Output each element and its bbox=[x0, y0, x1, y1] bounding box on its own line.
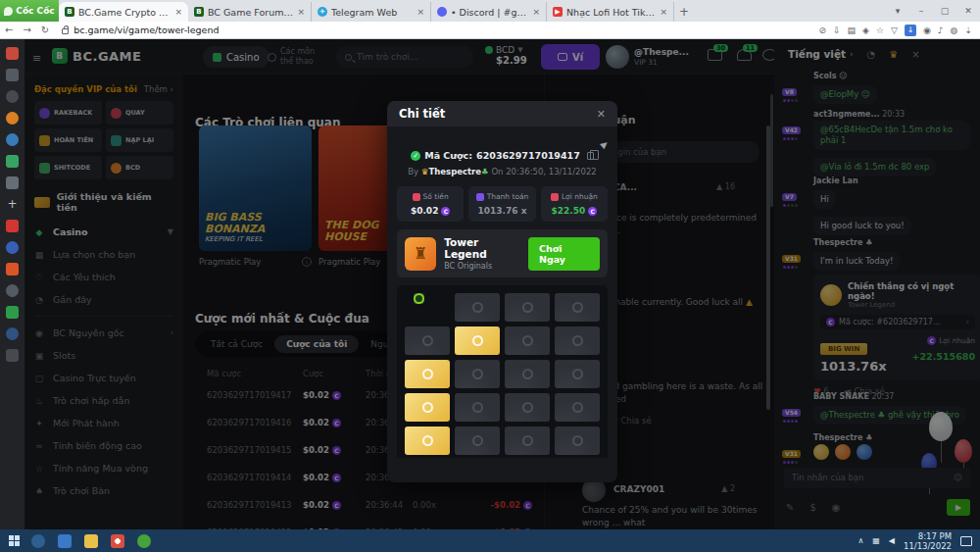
save-page-icon[interactable]: ⇩ bbox=[833, 25, 841, 35]
tab-title: BC.Game Crypto Cas no Ga bbox=[78, 7, 171, 18]
tab-close-icon[interactable]: × bbox=[297, 7, 305, 17]
tab-bcgame[interactable]: B BC.Game Crypto Cas no Ga × bbox=[59, 2, 188, 22]
steam-shortcut-icon[interactable] bbox=[6, 284, 19, 297]
taskbar-chrome-icon[interactable] bbox=[111, 534, 124, 548]
tower-legend-thumbnail[interactable]: ♜ bbox=[405, 237, 436, 271]
tray-expand-icon[interactable]: ∧ bbox=[858, 536, 863, 545]
window-controls: ▾ – ▢ ✕ bbox=[886, 0, 980, 22]
zoom-icon[interactable]: ⊘ bbox=[818, 25, 826, 35]
forward-button[interactable]: → bbox=[23, 25, 30, 35]
profile-strip-icon[interactable] bbox=[6, 69, 19, 81]
volume-icon[interactable]: ◀ bbox=[889, 536, 895, 545]
minimize-button[interactable]: – bbox=[909, 6, 933, 16]
start-button[interactable] bbox=[9, 535, 20, 546]
download-strip-icon[interactable] bbox=[6, 90, 19, 103]
flame-icon[interactable] bbox=[6, 112, 19, 125]
hot-news-icon[interactable] bbox=[6, 47, 19, 60]
tower-tile-off bbox=[455, 293, 500, 322]
tab-close-icon[interactable]: × bbox=[416, 7, 424, 17]
tower-tile-off bbox=[555, 360, 600, 388]
tab-close-icon[interactable]: × bbox=[660, 7, 667, 17]
maximize-button[interactable]: ▢ bbox=[933, 6, 956, 16]
taskbar-edge-icon[interactable] bbox=[58, 534, 72, 548]
reddit-shortcut-icon[interactable] bbox=[6, 263, 19, 276]
stat-payout: Thanh toán 1013.76 x bbox=[468, 186, 535, 222]
coin-icon: C bbox=[588, 207, 597, 216]
modal-close-icon[interactable]: ✕ bbox=[597, 108, 606, 121]
messenger-icon[interactable] bbox=[6, 133, 19, 146]
youtube-favicon: ▶ bbox=[553, 7, 563, 17]
tower-tile-off bbox=[505, 360, 550, 388]
reading-mode-icon[interactable]: ▤ bbox=[848, 25, 857, 35]
browser-brand-label: Cốc Cốc bbox=[16, 6, 54, 16]
ssl-lock-icon[interactable] bbox=[62, 28, 69, 34]
coccoc-side-strip: + bbox=[0, 39, 24, 529]
game-provider: BC Originals bbox=[444, 262, 520, 271]
tab-youtube[interactable]: ▶ Nhạc Lofi Hot TikTok 2022 - × bbox=[547, 2, 674, 22]
facebook-shortcut-icon[interactable] bbox=[6, 241, 19, 254]
tower-tile-off bbox=[505, 427, 550, 455]
downloader-icon[interactable]: ↓ bbox=[905, 25, 916, 36]
zalo-shortcut-icon[interactable] bbox=[6, 306, 19, 319]
profile-icon[interactable]: ◍ bbox=[951, 25, 958, 35]
downloads-tray-icon[interactable]: ⇣ bbox=[964, 25, 972, 35]
bcgame-favicon: B bbox=[65, 7, 74, 17]
coccoc-logo[interactable]: Cốc Cốc bbox=[0, 0, 59, 22]
address-bar-actions: ⊘ ⇩ ▤ ◈ ☆ ▽ ↓ ◉ ♪ ◍ ⇣ bbox=[818, 25, 980, 36]
copy-icon[interactable] bbox=[587, 152, 594, 160]
tower-tile-off bbox=[455, 427, 500, 455]
tower-tile-win bbox=[455, 326, 500, 355]
taskbar-search-icon[interactable] bbox=[31, 534, 45, 548]
spreadsheet-icon[interactable] bbox=[6, 155, 19, 168]
taskbar-coccoc-icon[interactable] bbox=[137, 534, 151, 548]
game-title[interactable]: Tower Legend bbox=[444, 236, 520, 260]
taskbar-explorer-icon[interactable] bbox=[84, 534, 98, 548]
apps-grid-icon[interactable] bbox=[6, 176, 19, 189]
tab-title: Nhạc Lofi Hot TikTok 2022 - bbox=[566, 7, 656, 18]
tower-tile-off bbox=[455, 360, 500, 388]
tower-tile-off bbox=[455, 393, 500, 422]
share-bet-icon[interactable]: ▶ bbox=[599, 138, 611, 150]
back-button[interactable]: ← bbox=[5, 25, 13, 35]
network-icon[interactable]: ▦ bbox=[872, 536, 880, 545]
pin-window-icon[interactable]: ▾ bbox=[886, 6, 909, 16]
amount-icon bbox=[413, 193, 420, 201]
browser-tab-bar: Cốc Cốc B BC.Game Crypto Cas no Ga × B B… bbox=[0, 0, 980, 22]
play-now-button[interactable]: Chơi Ngay bbox=[528, 237, 600, 271]
verified-check-icon: ✓ bbox=[411, 151, 420, 161]
add-shortcut-icon[interactable]: + bbox=[6, 198, 19, 211]
share-icon[interactable]: ◈ bbox=[862, 25, 869, 35]
app-shortcut-icon[interactable] bbox=[6, 327, 19, 340]
new-tab-button[interactable]: + bbox=[674, 2, 694, 22]
bet-author-row: By ♛Thespectre♣ On 20:36:50, 13/11/2022 bbox=[397, 167, 608, 176]
tab-close-icon[interactable]: × bbox=[174, 7, 182, 17]
close-window-button[interactable]: ✕ bbox=[956, 6, 980, 16]
settings-strip-icon[interactable] bbox=[6, 349, 19, 362]
system-tray: ∧ ▦ ◀ 8:17 PM 11/13/2022 bbox=[858, 531, 980, 551]
url-text[interactable]: bc.game/vi/game/tower-legend bbox=[74, 25, 219, 35]
extension-icon[interactable]: ◉ bbox=[923, 25, 931, 35]
tab-close-icon[interactable]: × bbox=[532, 7, 540, 17]
bet-datetime: 20:36:50, 13/11/2022 bbox=[506, 167, 597, 176]
taskbar-clock[interactable]: 8:17 PM 11/13/2022 bbox=[904, 531, 952, 551]
adblock-shield-icon[interactable]: ▽ bbox=[891, 25, 898, 35]
action-center-icon[interactable] bbox=[960, 536, 972, 546]
coccoc-leaf-icon bbox=[4, 7, 13, 16]
stat-amount: Số tiền $0.02C bbox=[397, 186, 464, 222]
tab-telegram[interactable]: ✈ Telegram Web × bbox=[312, 2, 431, 22]
reload-button[interactable]: ↻ bbox=[41, 25, 49, 35]
music-extension-icon[interactable]: ♪ bbox=[938, 25, 944, 35]
player-name[interactable]: Thespectre bbox=[428, 167, 481, 176]
tab-bcgame-forum[interactable]: B BC Game Forum - A Crypto × bbox=[188, 2, 312, 22]
profit-icon bbox=[551, 193, 559, 201]
game-info-row: ♜ Tower Legend BC Originals Chơi Ngay bbox=[397, 229, 608, 277]
coin-icon: C bbox=[441, 207, 450, 216]
tower-tile-off bbox=[505, 326, 550, 355]
youtube-shortcut-icon[interactable] bbox=[6, 220, 19, 232]
forum-favicon: B bbox=[194, 7, 204, 17]
bet-stats: Số tiền $0.02C Thanh toán 1013.76 x Lợi … bbox=[397, 186, 608, 222]
tab-discord[interactable]: • Discord | #games | BC G × bbox=[431, 2, 547, 22]
bet-id-label: Mã Cược: bbox=[424, 150, 472, 161]
bookmark-star-icon[interactable]: ☆ bbox=[876, 25, 884, 35]
tower-tile-off bbox=[555, 293, 600, 322]
